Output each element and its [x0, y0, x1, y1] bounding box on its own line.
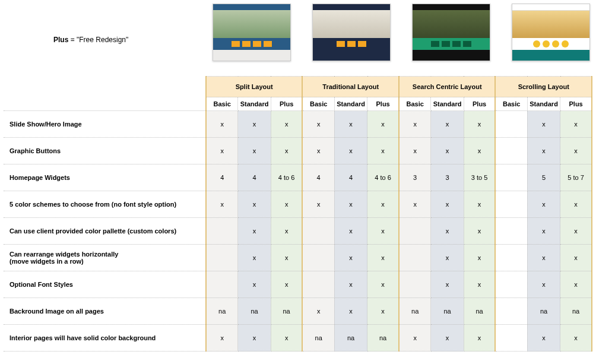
cell: x — [560, 218, 592, 245]
cell: x — [367, 138, 399, 164]
cell: x — [431, 138, 464, 164]
cell: x — [527, 111, 560, 138]
cell — [399, 271, 431, 298]
cell: x — [334, 191, 367, 218]
plus-note: Plus = "Free Redesign" — [53, 36, 128, 44]
cell — [399, 245, 431, 271]
cell: na — [238, 298, 271, 325]
cell: x — [560, 111, 592, 138]
cell: x — [238, 271, 271, 298]
cell: x — [527, 325, 560, 352]
cell: 5 to 7 — [560, 164, 592, 191]
table-row: Graphic Buttonsxxxxxxxxxxx — [4, 138, 592, 164]
plus-note-bold: Plus — [53, 36, 68, 44]
plus-note-text: = "Free Redesign" — [68, 36, 128, 44]
cell: x — [527, 271, 560, 298]
cell: x — [527, 218, 560, 245]
cell: na — [464, 298, 495, 325]
cell: x — [527, 138, 560, 164]
cell — [495, 298, 527, 325]
cell: x — [431, 325, 464, 352]
cell: x — [464, 111, 495, 138]
row-label: Optional Font Styles — [4, 271, 206, 298]
table-row: Backround Image on all pagesnananaxxxnan… — [4, 298, 592, 325]
row-label: Backround Image on all pages — [4, 298, 206, 325]
cell: na — [527, 298, 560, 325]
cell: x — [560, 271, 592, 298]
row-label: Graphic Buttons — [4, 138, 206, 164]
cell: na — [399, 298, 431, 325]
cell: x — [431, 111, 464, 138]
cell: 4 — [334, 164, 367, 191]
header-split: Split Layout — [206, 77, 302, 97]
cell: x — [206, 138, 238, 164]
cell: x — [367, 245, 399, 271]
header-search: Search Centric Layout — [399, 77, 495, 97]
cell — [206, 271, 238, 298]
tier-plus: Plus — [271, 97, 302, 111]
cell: x — [238, 245, 271, 271]
cell — [495, 164, 527, 191]
cell: na — [271, 298, 302, 325]
row-label: Homepage Widgets — [4, 164, 206, 191]
cell: x — [464, 191, 495, 218]
cell — [206, 218, 238, 245]
row-label: Interior pages will have solid color bac… — [4, 325, 206, 352]
cell: 4 — [302, 164, 334, 191]
layout-thumbnails — [213, 4, 590, 61]
cell: na — [367, 325, 399, 352]
cell: x — [560, 191, 592, 218]
cell: x — [238, 111, 271, 138]
cell: x — [238, 191, 271, 218]
cell: x — [334, 245, 367, 271]
cell: x — [238, 138, 271, 164]
cell: x — [367, 298, 399, 325]
thumb-split-layout — [213, 4, 291, 61]
cell: x — [271, 111, 302, 138]
cell: x — [464, 218, 495, 245]
cell: 5 — [527, 164, 560, 191]
cell — [495, 111, 527, 138]
cell: x — [399, 325, 431, 352]
cell: x — [527, 191, 560, 218]
cell — [302, 218, 334, 245]
cell: x — [271, 191, 302, 218]
cell: x — [302, 298, 334, 325]
cell: x — [206, 111, 238, 138]
cell: x — [206, 325, 238, 352]
table-row: Optional Font Stylesxxxxxxxx — [4, 271, 592, 298]
cell: x — [334, 138, 367, 164]
cell: x — [367, 271, 399, 298]
cell: x — [302, 138, 334, 164]
cell: x — [399, 138, 431, 164]
tier-standard: Standard — [238, 97, 271, 111]
cell: x — [302, 191, 334, 218]
cell: 4 — [206, 164, 238, 191]
cell: na — [431, 298, 464, 325]
cell: x — [431, 218, 464, 245]
cell: x — [334, 271, 367, 298]
cell: x — [560, 138, 592, 164]
cell: x — [238, 325, 271, 352]
thumb-scrolling-layout — [512, 4, 590, 61]
cell: x — [560, 245, 592, 271]
table-row: Homepage Widgets444 to 6444 to 6333 to 5… — [4, 164, 592, 191]
cell — [302, 271, 334, 298]
cell: 3 to 5 — [464, 164, 495, 191]
cell: x — [271, 218, 302, 245]
cell — [302, 245, 334, 271]
cell: x — [367, 111, 399, 138]
cell: na — [206, 298, 238, 325]
cell: 4 to 6 — [271, 164, 302, 191]
cell: x — [464, 138, 495, 164]
cell: x — [334, 218, 367, 245]
thumb-search-centric-layout — [412, 4, 490, 61]
cell: x — [527, 245, 560, 271]
header-scrolling: Scrolling Layout — [495, 77, 592, 97]
cell: x — [271, 245, 302, 271]
cell: x — [399, 111, 431, 138]
row-label: Can rearrange widgets horizontally(move … — [4, 245, 206, 271]
tier-basic: Basic — [206, 97, 238, 111]
table-row: 5 color schemes to choose from (no font … — [4, 191, 592, 218]
cell — [495, 245, 527, 271]
